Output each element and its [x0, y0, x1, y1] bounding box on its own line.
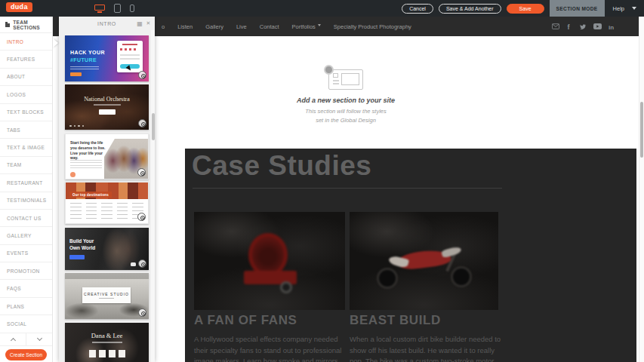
sidebar-item-intro[interactable]: INTRO	[0, 33, 52, 51]
chevron-down-icon	[632, 7, 636, 12]
nav-item-portfolios[interactable]: Portfolios	[292, 23, 321, 30]
nav-item-contact[interactable]: Contact	[260, 23, 279, 30]
main-scrollbar-thumb[interactable]	[640, 102, 643, 158]
zoom-preview-icon[interactable]	[137, 213, 146, 221]
sidebar-item-testimonials[interactable]: TESTIMONIALS	[0, 192, 52, 210]
nav-item-listen[interactable]: Listen	[177, 23, 193, 30]
scroll-down-button[interactable]	[26, 333, 52, 345]
save-add-another-button[interactable]: Save & Add Another	[439, 4, 501, 14]
dirt-bike-image	[350, 212, 498, 310]
sidebar-item-text-image[interactable]: TEXT & IMAGE	[0, 139, 52, 156]
chevron-up-icon	[10, 338, 15, 343]
zoom-preview-icon[interactable]	[137, 168, 146, 176]
heading-divider	[193, 188, 502, 189]
sidebar-item-contact-us[interactable]: CONTACT US	[0, 210, 52, 227]
svg-text:f: f	[568, 23, 571, 30]
chat-bubble-icon	[131, 262, 136, 266]
svg-text:in: in	[609, 24, 614, 30]
main-scrollbar[interactable]	[639, 17, 644, 362]
thumb-button	[99, 109, 116, 115]
duda-logo[interactable]: duda	[6, 2, 32, 12]
section-thumbnail-build-your-own-world[interactable]: Build Your Own World	[65, 228, 149, 270]
chevron-down-icon	[36, 336, 42, 341]
sidebar-item-tabs[interactable]: TABS	[0, 121, 52, 139]
intro-sections-panel: INTRO ▦ ✕ HACK YOUR #FUTURE National Orc…	[59, 17, 155, 362]
mobile-icon	[130, 5, 134, 12]
orange-dot-button	[70, 172, 75, 177]
sidebar-item-text-blocks[interactable]: TEXT BLOCKS	[0, 104, 52, 121]
create-section-button[interactable]: Create Section	[5, 349, 47, 360]
sidebar-item-promotion[interactable]: PROMOTION	[0, 262, 52, 280]
card-title-beast-build: BEAST BUILD	[350, 313, 441, 328]
nav-item-live[interactable]: Live	[236, 23, 247, 30]
twitter-icon[interactable]	[579, 23, 587, 30]
nav-item-clipped[interactable]: o	[162, 23, 165, 30]
section-mode-badge: SECTION MODE	[550, 0, 605, 17]
tablet-icon	[114, 4, 121, 13]
sidebar-header: TEAM SECTIONS	[0, 17, 52, 33]
section-thumbnail-creative-studio[interactable]: CREATIVE STUDIO	[65, 273, 149, 319]
facebook-icon[interactable]: f	[566, 23, 572, 30]
fan-machine-image	[194, 212, 345, 310]
nav-item-specialty[interactable]: Specialty Product Photography	[334, 23, 411, 30]
nav-item-gallery[interactable]: Gallery	[205, 23, 223, 30]
case-studies-heading: Case Studies	[192, 150, 371, 182]
placeholder-title: Add a new section to your site	[248, 97, 444, 104]
cancel-button[interactable]: Cancel	[402, 4, 433, 14]
panel-scrollbar[interactable]	[151, 30, 155, 362]
sidebar-item-social[interactable]: SOCIAL	[0, 315, 52, 333]
card-body-fan-of-fans: A Hollywood special effects company need…	[194, 334, 347, 362]
sidebar-item-restaurant[interactable]: RESTAURANT	[0, 174, 52, 192]
sidebar-item-faqs[interactable]: FAQS	[0, 280, 52, 297]
scroll-up-button[interactable]	[0, 333, 26, 345]
tablet-device-button[interactable]	[114, 4, 121, 13]
card-body-beast-build: When a local custom dirt bike builder ne…	[350, 334, 510, 362]
folder-icon	[5, 23, 10, 27]
sections-sidebar: TEAM SECTIONS INTRO FEATURES ABOUT LOGOS…	[0, 17, 53, 362]
case-studies-section[interactable]: Case Studies A FAN OF FANS BEAST BUILD A…	[185, 149, 636, 362]
help-menu[interactable]: Help	[610, 5, 639, 12]
studio-card: CREATIVE STUDIO	[82, 287, 131, 303]
desktop-icon	[94, 5, 105, 11]
section-thumbnail-national-orchestra[interactable]: National Orchestra	[65, 84, 149, 130]
grid-view-icon[interactable]: ▦	[137, 20, 143, 27]
sidebar-item-features[interactable]: FEATURES	[0, 51, 52, 68]
section-thumbnail-hack-your-future[interactable]: HACK YOUR #FUTURE	[65, 35, 149, 81]
thumb-button	[69, 255, 85, 259]
card-title-fan-of-fans: A FAN OF FANS	[194, 313, 297, 328]
mobile-device-button[interactable]	[130, 5, 134, 12]
zoom-preview-icon[interactable]	[138, 71, 146, 79]
editor-topbar: duda Cancel Save & Add Another Save SECT…	[0, 0, 644, 17]
sidebar-item-about[interactable]: ABOUT	[0, 69, 52, 86]
signup-card	[117, 41, 143, 72]
zoom-preview-icon[interactable]	[138, 119, 146, 127]
sidebar-item-team[interactable]: TEAM	[0, 157, 52, 174]
chevron-down-icon	[318, 24, 321, 28]
panel-scrollbar-thumb[interactable]	[152, 113, 155, 140]
section-thumbnail-top-destinations[interactable]: Our top destinations	[65, 182, 149, 224]
close-icon[interactable]: ✕	[146, 20, 151, 26]
sidebar-item-logos[interactable]: LOGOS	[0, 86, 52, 103]
zoom-preview-icon[interactable]	[138, 259, 146, 268]
youtube-icon[interactable]	[593, 23, 602, 29]
placeholder-subtitle: This section will follow the styles set …	[248, 107, 444, 124]
panel-title: INTRO	[97, 21, 116, 26]
desktop-device-button[interactable]	[94, 5, 105, 13]
email-icon[interactable]	[552, 23, 559, 29]
sidebar-item-events[interactable]: EVENTS	[0, 245, 52, 262]
active-item-notch	[53, 38, 63, 48]
save-button[interactable]: Save	[507, 4, 544, 14]
sidebar-item-gallery[interactable]: GALLERY	[0, 227, 52, 244]
section-thumbnail-dana-and-lee[interactable]: Dana & Lee	[65, 323, 149, 362]
sidebar-item-plans[interactable]: PLANS	[0, 298, 52, 315]
duda-editor: o Listen Gallery Live Contact Portfolios…	[0, 0, 644, 362]
zoom-preview-icon[interactable]	[138, 308, 146, 317]
section-thumbnail-live-your-way[interactable]: Start living the life you deserve to liv…	[65, 133, 149, 179]
countdown-boxes	[65, 350, 149, 357]
linkedin-icon[interactable]: in	[609, 23, 616, 30]
add-section-icon	[328, 69, 363, 90]
